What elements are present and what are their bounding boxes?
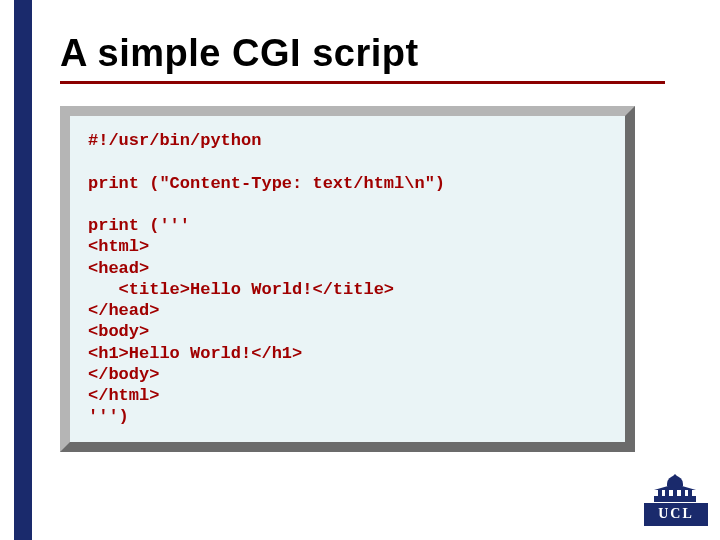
code-box: #!/usr/bin/python print ("Content-Type: … (60, 106, 635, 452)
svg-rect-2 (665, 490, 669, 498)
code-box-container: #!/usr/bin/python print ("Content-Type: … (60, 106, 635, 452)
page-title: A simple CGI script (60, 32, 690, 75)
ucl-dome-icon (652, 474, 698, 504)
svg-rect-4 (681, 490, 685, 498)
ucl-logo: UCL (644, 474, 706, 526)
slide-content: A simple CGI script #!/usr/bin/python pr… (60, 18, 690, 452)
ucl-logo-text: UCL (644, 503, 708, 526)
svg-rect-1 (658, 490, 662, 498)
left-accent-bar (14, 0, 32, 540)
title-underline (60, 81, 665, 84)
svg-rect-5 (688, 490, 692, 498)
svg-marker-8 (672, 474, 678, 477)
svg-rect-3 (673, 490, 677, 498)
code-text: #!/usr/bin/python print ("Content-Type: … (88, 130, 607, 428)
